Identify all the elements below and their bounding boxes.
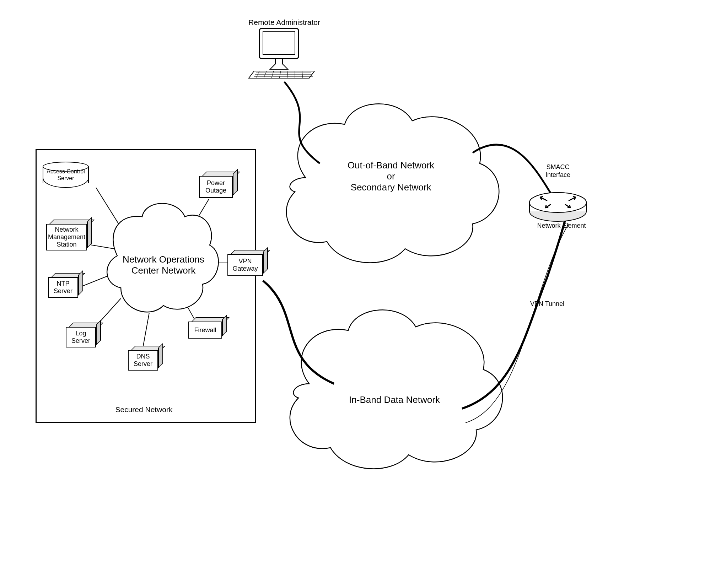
oob-cloud-label: Out-of-Band Network or Secondary Network	[334, 160, 448, 193]
log-text: Log Server	[71, 330, 90, 344]
network-element-label: Network Element	[533, 222, 590, 230]
inband-cloud-label: In-Band Data Network	[341, 394, 448, 405]
diagram-canvas: Remote Administrator Network Operations …	[0, 0, 710, 588]
firewall-text: Firewall	[194, 327, 216, 334]
router-icon	[529, 193, 586, 221]
power-outage-text: Power Outage	[205, 179, 226, 194]
access-control-cylinder: Access Control Server	[43, 162, 89, 190]
smacc-label: SMACC Interface	[537, 163, 579, 179]
inband-cloud	[290, 310, 502, 469]
svg-point-9	[529, 193, 586, 212]
noc-cloud-label: Network Operations Center Network	[117, 254, 210, 276]
remote-admin-label: Remote Administrator	[238, 18, 330, 27]
ntp-text: NTP Server	[54, 280, 72, 295]
computer-icon	[249, 28, 314, 78]
svg-rect-11	[263, 31, 295, 54]
vpn-tunnel-label: VPN Tunnel	[522, 300, 572, 308]
dns-text: DNS Server	[134, 353, 152, 367]
access-control-label: Access Control Server	[44, 168, 87, 182]
vpn-gateway-text: VPN Gateway	[232, 258, 258, 272]
nms-text: Network Management Station	[48, 226, 85, 248]
secured-network-label: Secured Network	[99, 405, 188, 414]
